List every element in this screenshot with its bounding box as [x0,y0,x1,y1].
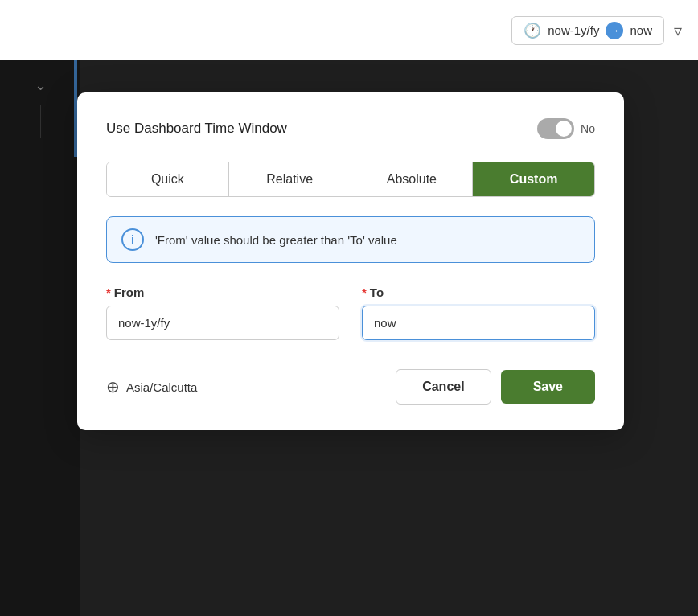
to-required-star: * [362,285,367,299]
from-input[interactable] [106,306,339,340]
tab-absolute[interactable]: Absolute [351,162,474,196]
tab-quick[interactable]: Quick [107,162,229,196]
from-label: * From [106,285,339,299]
from-required-star: * [106,285,111,299]
to-field-group: * To [362,285,595,340]
tab-custom[interactable]: Custom [473,162,594,196]
timezone-label: Asia/Calcutta [126,380,197,394]
time-window-modal: Use Dashboard Time Window No Quick Relat… [77,92,624,430]
toggle-state-label: No [581,122,595,135]
toggle-thumb [556,121,572,137]
from-field-group: * From [106,285,339,340]
dashboard-time-toggle[interactable] [537,118,574,139]
tab-relative[interactable]: Relative [229,162,351,196]
cancel-button[interactable]: Cancel [396,369,491,405]
info-message: 'From' value should be greater than 'To'… [155,233,397,247]
toggle-wrapper: No [537,118,595,139]
clock-icon: 🕐 [524,22,541,39]
time-range-pill[interactable]: 🕐 now-1y/fy → now [511,16,664,45]
time-from: now-1y/fy [548,23,599,37]
time-to: now [630,23,652,37]
to-label: * To [362,285,595,299]
modal-header: Use Dashboard Time Window No [106,118,595,139]
filter-icon[interactable]: ▿ [674,21,682,40]
save-button[interactable]: Save [501,370,595,404]
info-icon: i [121,228,144,251]
info-banner: i 'From' value should be greater than 'T… [106,216,595,263]
from-label-text: From [114,285,145,299]
fields-row: * From * To [106,285,595,340]
time-mode-tabs: Quick Relative Absolute Custom [106,162,595,197]
to-input[interactable] [362,306,595,340]
arrow-right-icon: → [606,22,623,39]
to-label-text: To [370,285,384,299]
top-bar: 🕐 now-1y/fy → now ▿ [0,0,698,60]
timezone-display: ⊕ Asia/Calcutta [106,377,197,396]
globe-icon: ⊕ [106,377,120,396]
modal-footer: ⊕ Asia/Calcutta Cancel Save [106,369,595,405]
modal-title: Use Dashboard Time Window [106,121,287,137]
